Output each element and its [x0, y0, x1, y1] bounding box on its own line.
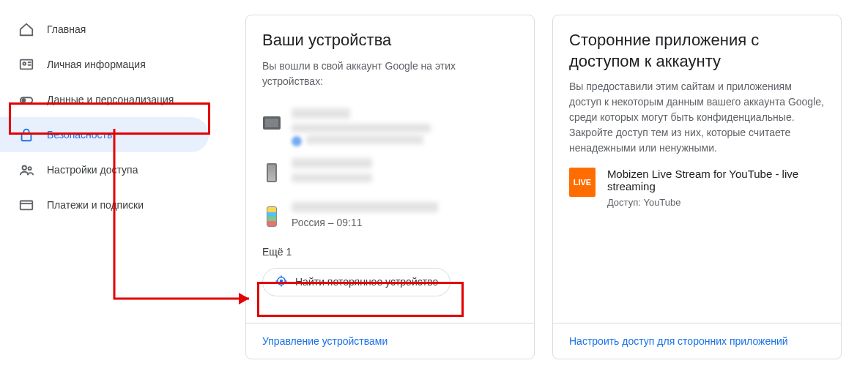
- svg-point-1: [23, 62, 26, 65]
- sidebar-item-sharing[interactable]: Настройки доступа: [0, 152, 209, 187]
- main-content: Ваши устройства Вы вошли в свой аккаунт …: [216, 0, 868, 374]
- third-party-apps-card: Сторонние приложения с доступом к аккаун…: [552, 15, 842, 359]
- sidebar-nav: Главная Личная информация Данные и персо…: [0, 0, 216, 374]
- home-icon: [18, 20, 35, 38]
- svg-point-3: [22, 99, 25, 102]
- target-icon: [275, 274, 288, 290]
- sidebar-item-payments[interactable]: Платежи и подписки: [0, 187, 209, 222]
- devices-title: Ваши устройства: [262, 30, 518, 51]
- manage-apps-link[interactable]: Настроить доступ для сторонних приложени…: [553, 323, 841, 359]
- phone-icon: [262, 158, 281, 187]
- devices-description: Вы вошли в свой аккаунт Google на этих у…: [262, 59, 518, 89]
- lock-icon: [18, 126, 35, 143]
- apps-description: Вы предоставили этим сайтам и приложения…: [569, 79, 825, 156]
- sidebar-item-label: Безопасность: [47, 129, 112, 141]
- manage-devices-link[interactable]: Управление устройствами: [246, 323, 534, 359]
- sidebar-item-label: Платежи и подписки: [47, 199, 144, 211]
- device-row[interactable]: [262, 151, 518, 195]
- sidebar-item-label: Главная: [47, 23, 86, 35]
- desktop-icon: [262, 108, 281, 138]
- toggle-icon: [18, 91, 35, 108]
- sidebar-item-security[interactable]: Безопасность: [0, 117, 209, 152]
- svg-point-6: [29, 167, 31, 170]
- find-device-button[interactable]: Найти потерянное устройство: [262, 268, 450, 296]
- svg-point-9: [281, 280, 283, 282]
- device-row[interactable]: Россия – 09:11: [262, 195, 518, 239]
- sidebar-item-home[interactable]: Главная: [0, 12, 209, 47]
- card-icon: [18, 196, 35, 214]
- app-access: Доступ: YouTube: [607, 197, 825, 208]
- app-icon: LIVE: [569, 168, 596, 197]
- app-name: Mobizen Live Stream for YouTube - live s…: [607, 168, 825, 192]
- device-row[interactable]: [262, 101, 518, 151]
- svg-point-5: [23, 166, 27, 171]
- sidebar-item-label: Личная информация: [47, 59, 146, 70]
- device-location: Россия – 09:11: [292, 217, 518, 225]
- devices-card: Ваши устройства Вы вошли в свой аккаунт …: [245, 15, 535, 359]
- app-row[interactable]: LIVE Mobizen Live Stream for YouTube - l…: [569, 168, 825, 208]
- people-icon: [18, 161, 35, 179]
- sidebar-item-data[interactable]: Данные и персонализация: [0, 82, 209, 117]
- sidebar-item-label: Настройки доступа: [47, 164, 138, 176]
- find-device-label: Найти потерянное устройство: [295, 276, 438, 288]
- svg-rect-4: [22, 134, 31, 141]
- svg-rect-7: [21, 201, 33, 210]
- more-devices[interactable]: Ещё 1: [262, 246, 518, 258]
- apps-title: Сторонние приложения с доступом к аккаун…: [569, 30, 825, 72]
- phone-icon: [262, 202, 281, 231]
- id-card-icon: [18, 56, 35, 73]
- sidebar-item-personal[interactable]: Личная информация: [0, 47, 209, 82]
- sidebar-item-label: Данные и персонализация: [47, 94, 174, 105]
